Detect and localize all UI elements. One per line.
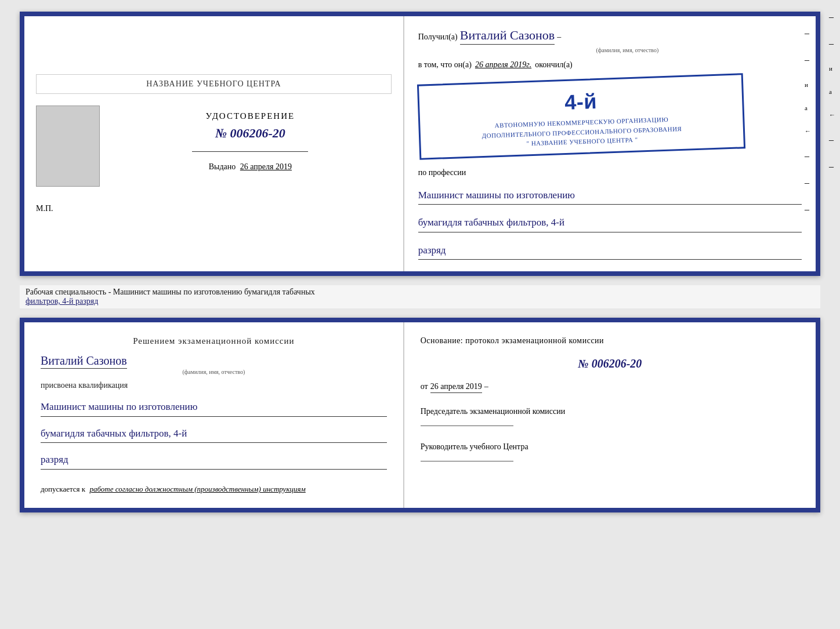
recipient-name: Виталий Сазонов [460, 28, 555, 45]
dopusk-row: допускается к работе согласно должностны… [41, 485, 387, 494]
ot-row: от 26 апреля 2019 – [421, 382, 799, 393]
predsedatel-sig-line [421, 426, 513, 426]
dopusk-text: работе согласно должностным (производств… [89, 485, 305, 493]
okonchil-label: окончил(а) [535, 60, 573, 70]
predsedatel-label: Председатель экзаменационной комиссии [421, 407, 799, 416]
side-decoration: – – и а ← – – – [805, 28, 811, 214]
profession-line2: бумагидля табачных фильтров, 4-й [418, 214, 802, 232]
cert-divider-line [192, 151, 308, 152]
cert-left-panel: НАЗВАНИЕ УЧЕБНОГО ЦЕНТРА УДОСТОВЕРЕНИЕ №… [24, 16, 404, 271]
b-dash-a: а [829, 88, 835, 95]
cert-vydano: Выдано 26 апреля 2019 [209, 162, 292, 172]
middle-text-content: Рабочая специальность - Машинист машины … [26, 288, 315, 296]
bottom-name-section: Виталий Сазонов (фамилия, имя, отчество) [41, 354, 387, 375]
bottom-left-panel: Решением экзаменационной комиссии Витали… [24, 322, 404, 508]
b-dash-4: – [829, 161, 835, 172]
rukov-section: Руководитель учебного Центра [421, 442, 799, 464]
middle-text-line1: Рабочая специальность - Машинист машины … [26, 288, 814, 297]
middle-text-underline: фильтров, 4-й разряд [26, 297, 98, 306]
middle-text-band: Рабочая специальность - Машинист машины … [20, 285, 820, 308]
vtom-date: 26 апреля 2019г. [475, 60, 531, 70]
bottom-side-decoration: – – и а ← – – [829, 12, 835, 172]
bottom-qual-line3: разряд [41, 451, 387, 470]
b-dash-i: и [829, 65, 835, 72]
stamp-container: 4-й АВТОНОМНУЮ НЕКОММЕРЧЕСКУЮ ОРГАНИЗАЦИ… [418, 77, 802, 157]
b-dash-arrow: ← [829, 111, 835, 118]
ot-date: 26 апреля 2019 [430, 382, 482, 393]
cert-udost-label: УДОСТОВЕРЕНИЕ [206, 111, 295, 121]
cert-photo [36, 106, 100, 187]
cert-number: № 006206-20 [215, 126, 285, 141]
cert-mp: М.П. [36, 204, 53, 213]
cert-left-text: УДОСТОВЕРЕНИЕ № 006206-20 Выдано 26 апре… [109, 106, 392, 172]
cert-recipient-row: Получил(а) Виталий Сазонов – (фамилия, и… [418, 28, 802, 53]
vtom-label: в том, что он(а) [418, 60, 472, 70]
rukov-sig-line [421, 461, 513, 461]
prot-number: № 006206-20 [421, 357, 799, 370]
ot-label: от [421, 382, 428, 391]
side-dash-arrow: ← [805, 128, 811, 134]
middle-text-line2: фильтров, 4-й разряд [26, 297, 814, 306]
stamp: 4-й АВТОНОМНУЮ НЕКОММЕРЧЕСКУЮ ОРГАНИЗАЦИ… [417, 73, 745, 159]
decision-title: Решением экзаменационной комиссии [41, 336, 387, 346]
b-dash-2: – [829, 38, 835, 49]
rukov-label: Руководитель учебного Центра [421, 442, 799, 452]
dopusk-label: допускается к [41, 485, 85, 493]
predsedatel-section: Председатель экзаменационной комиссии [421, 407, 799, 428]
cert-body: УДОСТОВЕРЕНИЕ № 006206-20 Выдано 26 апре… [36, 106, 392, 187]
dash-label: – [557, 32, 561, 42]
osnov-label: Основание: протокол экзаменационной коми… [421, 336, 799, 346]
vtom-row: в том, что он(а) 26 апреля 2019г. окончи… [418, 60, 802, 70]
fio-label: (фамилия, имя, отчество) [453, 47, 802, 53]
certificate-top: НАЗВАНИЕ УЧЕБНОГО ЦЕНТРА УДОСТОВЕРЕНИЕ №… [20, 12, 820, 276]
side-dash-3: – [805, 151, 811, 161]
b-dash-1: – [829, 12, 835, 22]
poluchil-label: Получил(а) [418, 32, 458, 42]
side-dash-i: и [805, 81, 811, 88]
bottom-name: Виталий Сазонов [41, 354, 127, 369]
bottom-qual-line1: Машинист машины по изготовлению [41, 398, 387, 417]
b-dash-3: – [829, 134, 835, 145]
bottom-fio-label: (фамилия, имя, отчество) [41, 369, 387, 375]
po-professii-label: по профессии [418, 168, 802, 177]
ot-dash: – [484, 382, 488, 391]
side-dash-4: – [805, 177, 811, 188]
certificate-bottom: Решением экзаменационной комиссии Витали… [20, 318, 820, 512]
cert-vydano-label: Выдано [209, 162, 236, 171]
profession-line1: Машинист машины по изготовлению [418, 187, 802, 205]
cert-right-panel: Получил(а) Виталий Сазонов – (фамилия, и… [404, 16, 816, 271]
bottom-right-panel: Основание: протокол экзаменационной коми… [404, 322, 816, 508]
profession-line3: разряд [418, 242, 802, 260]
cert-center-name: НАЗВАНИЕ УЧЕБНОГО ЦЕНТРА [36, 74, 392, 94]
bottom-qual-line2: бумагидля табачных фильтров, 4-й [41, 425, 387, 443]
side-dash-2: – [805, 54, 811, 65]
side-dash-a: а [805, 104, 811, 111]
cert-vydano-date: 26 апреля 2019 [240, 162, 292, 171]
side-dash-1: – [805, 28, 811, 38]
prisvoena-label: присвоена квалификация [41, 381, 387, 390]
side-dash-5: – [805, 204, 811, 214]
